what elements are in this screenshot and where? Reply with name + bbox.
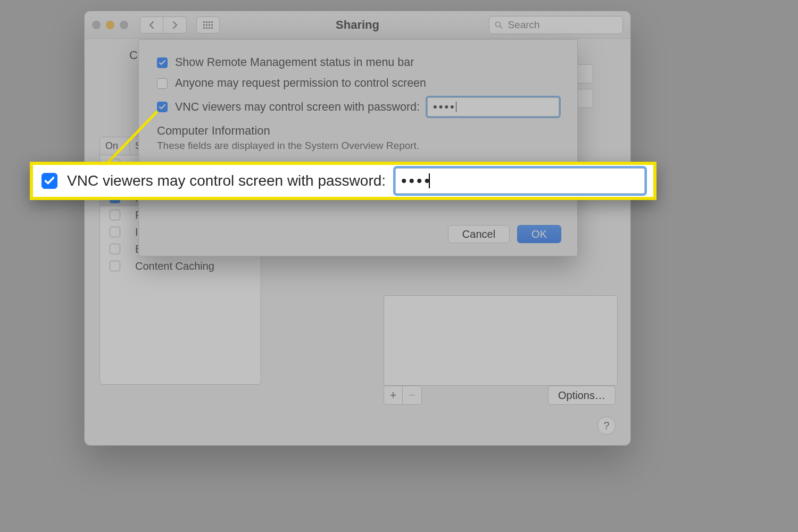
svg-rect-6 xyxy=(209,24,210,26)
service-checkbox[interactable] xyxy=(110,261,120,271)
svg-rect-5 xyxy=(206,24,207,26)
window-controls xyxy=(92,21,128,29)
ok-button[interactable]: OK xyxy=(517,225,561,243)
svg-rect-10 xyxy=(209,27,210,29)
highlight-callout: VNC viewers may control screen with pass… xyxy=(30,162,656,200)
grid-icon xyxy=(203,21,213,29)
titlebar: Sharing xyxy=(85,11,630,39)
svg-rect-3 xyxy=(211,21,213,23)
callout-vnc-checkbox[interactable] xyxy=(41,173,57,189)
forward-button[interactable] xyxy=(163,16,187,34)
search-input[interactable] xyxy=(506,19,617,31)
show-status-menubar-label: Show Remote Management status in menu ba… xyxy=(175,56,414,69)
computer-info-subtext: These fields are displayed in the System… xyxy=(157,140,559,152)
service-checkbox[interactable] xyxy=(110,244,120,254)
column-on-header[interactable]: On xyxy=(100,137,130,155)
add-user-button[interactable]: + xyxy=(384,386,403,405)
zoom-window-button[interactable] xyxy=(120,21,128,29)
remove-user-button[interactable]: − xyxy=(403,386,422,405)
anyone-request-label: Anyone may request permission to control… xyxy=(175,77,426,90)
allowed-users-list[interactable] xyxy=(384,295,618,386)
callout-vnc-label: VNC viewers may control screen with pass… xyxy=(67,172,386,189)
back-button[interactable] xyxy=(140,16,163,34)
service-row[interactable]: Content Caching xyxy=(100,257,261,275)
vnc-password-value: •••• xyxy=(433,100,456,114)
computer-info-heading: Computer Information xyxy=(157,124,559,138)
show-status-menubar-checkbox[interactable] xyxy=(157,57,168,68)
svg-rect-8 xyxy=(203,27,205,29)
svg-rect-9 xyxy=(206,27,207,29)
minimize-window-button[interactable] xyxy=(106,21,114,29)
close-window-button[interactable] xyxy=(92,21,101,29)
service-checkbox[interactable] xyxy=(110,210,120,220)
search-field[interactable] xyxy=(489,16,623,34)
svg-rect-4 xyxy=(203,24,205,26)
show-all-button[interactable] xyxy=(196,16,220,34)
svg-rect-7 xyxy=(211,24,213,26)
help-button[interactable]: ? xyxy=(597,417,616,435)
vnc-password-checkbox[interactable] xyxy=(157,102,168,112)
service-checkbox[interactable] xyxy=(110,227,120,237)
callout-vnc-password-value: •••• xyxy=(401,172,432,190)
computer-settings-sheet: Show Remote Management status in menu ba… xyxy=(138,39,578,256)
cancel-button[interactable]: Cancel xyxy=(448,225,510,243)
svg-line-13 xyxy=(500,26,502,28)
svg-rect-1 xyxy=(206,21,207,23)
service-label: Content Caching xyxy=(130,257,261,276)
svg-rect-0 xyxy=(203,21,205,23)
search-icon xyxy=(495,21,502,29)
vnc-password-label: VNC viewers may control screen with pass… xyxy=(175,101,420,114)
svg-rect-11 xyxy=(211,27,213,29)
anyone-request-checkbox[interactable] xyxy=(157,78,168,89)
options-button[interactable]: Options… xyxy=(548,386,616,405)
vnc-password-field[interactable]: •••• xyxy=(427,97,559,117)
svg-rect-2 xyxy=(209,21,210,23)
callout-vnc-password-field[interactable]: •••• xyxy=(395,168,645,194)
